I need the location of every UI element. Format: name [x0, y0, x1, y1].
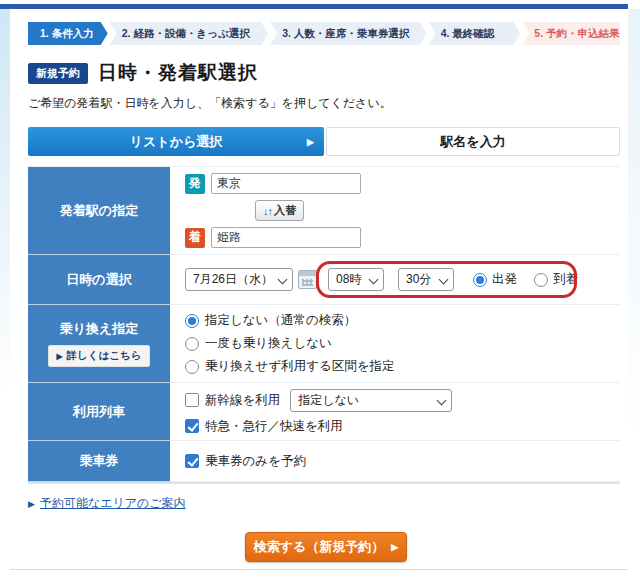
- detail-arrow-icon: ▶: [56, 352, 62, 361]
- arrival-badge: 着: [185, 228, 205, 248]
- train-type-row: 利用列車 新幹線を利用 指定しない 特急・急行／快速を利用: [28, 383, 620, 441]
- tab-arrow-icon: ▶: [307, 137, 314, 147]
- ticket-row: 乗車券 乗車券のみを予約: [28, 441, 620, 482]
- bottom-divider: [10, 569, 628, 570]
- transfer-option-none-radio[interactable]: [185, 314, 199, 328]
- right-edge-decoration: [628, 9, 640, 479]
- top-divider-bar: [0, 4, 628, 9]
- transfer-option-no-transfer-radio[interactable]: [185, 337, 199, 351]
- datetime-row-label: 日時の選択: [28, 255, 170, 305]
- station-row: 発着駅の指定 発 ↓↑ 入替 着: [28, 167, 620, 255]
- datetime-row: 日時の選択 7月26日（水） 08時 30分 出発 到着: [28, 255, 620, 305]
- reservation-page: 1. 条件入力 2. 経路・設備・きっぷ選択 3. 人数・座席・乗車券選択 4.…: [0, 0, 640, 579]
- new-reservation-badge: 新規予約: [28, 63, 88, 84]
- swap-stations-button[interactable]: ↓↑ 入替: [255, 200, 304, 221]
- step-5-result: 5. 予約・申込結果: [522, 22, 620, 45]
- swap-button-label: 入替: [274, 203, 296, 218]
- ticket-only-checkbox[interactable]: [185, 454, 199, 468]
- tab-enter-station-name[interactable]: 駅名を入力: [326, 127, 620, 156]
- shinkansen-select[interactable]: 指定しない: [290, 389, 452, 412]
- hour-select-value: 08時: [336, 271, 361, 288]
- express-checkbox[interactable]: [185, 419, 199, 433]
- search-button-arrow-icon: ▶: [391, 542, 398, 552]
- tab-select-from-list[interactable]: リストから選択 ▶: [28, 127, 324, 156]
- ticket-only-label: 乗車券のみを予約: [205, 453, 306, 470]
- departure-radio-label: 出発: [492, 271, 517, 288]
- departure-badge: 発: [185, 174, 205, 194]
- transfer-detail-label: 詳しくはこちら: [67, 349, 142, 363]
- transfer-detail-button[interactable]: ▶ 詳しくはこちら: [48, 345, 149, 367]
- station-input-tabs: リストから選択 ▶ 駅名を入力: [28, 127, 620, 156]
- departure-station-input[interactable]: [211, 173, 361, 194]
- swap-arrows-icon: ↓↑: [263, 205, 272, 217]
- page-description: ご希望の発着駅・日時を入力し、「検索する」を押してください。: [28, 95, 392, 112]
- search-condition-table: 発着駅の指定 発 ↓↑ 入替 着: [28, 166, 620, 484]
- train-type-row-content: 新幹線を利用 指定しない 特急・急行／快速を利用: [170, 383, 620, 441]
- transfer-option-no-transfer-label: 一度も乗り換えしない: [205, 335, 332, 352]
- minute-select[interactable]: 30分: [398, 268, 454, 291]
- tab-select-from-list-label: リストから選択: [130, 133, 223, 151]
- shinkansen-select-value: 指定しない: [298, 392, 359, 409]
- page-title: 日時・発着駅選択: [98, 60, 258, 86]
- hour-select[interactable]: 08時: [328, 268, 384, 291]
- date-select-value: 7月26日（水）: [193, 271, 273, 288]
- express-checkbox-label: 特急・急行／快速を利用: [205, 418, 343, 435]
- arrival-station-input[interactable]: [211, 227, 361, 248]
- transfer-row: 乗り換え指定 ▶ 詳しくはこちら 指定しない（通常の検索） 一度も乗り換えしない: [28, 305, 620, 383]
- station-row-label: 発着駅の指定: [28, 167, 170, 255]
- step-3-seat-select: 3. 人数・座席・乗車券選択: [270, 22, 426, 45]
- step-2-route-select: 2. 経路・設備・きっぷ選択: [110, 22, 268, 45]
- reservable-area-link-label: 予約可能なエリアのご案内: [40, 495, 186, 512]
- departure-radio[interactable]: [473, 273, 487, 287]
- step-1-condition-input: 1. 条件入力: [28, 22, 108, 45]
- search-button[interactable]: 検索する（新規予約） ▶: [245, 532, 407, 562]
- page-header: 新規予約 日時・発着駅選択: [28, 60, 258, 86]
- ticket-row-content: 乗車券のみを予約: [170, 441, 620, 482]
- left-edge-decoration: [0, 9, 10, 439]
- shinkansen-checkbox[interactable]: [185, 393, 199, 407]
- arrival-radio-label: 到着: [553, 271, 578, 288]
- train-type-row-label: 利用列車: [28, 383, 170, 441]
- progress-steps: 1. 条件入力 2. 経路・設備・きっぷ選択 3. 人数・座席・乗車券選択 4.…: [28, 22, 620, 45]
- calendar-icon[interactable]: [298, 270, 317, 289]
- arrival-radio[interactable]: [534, 273, 548, 287]
- transfer-option-section-label: 乗り換えせず利用する区間を指定: [205, 358, 395, 375]
- transfer-option-none-label: 指定しない（通常の検索）: [205, 312, 356, 329]
- transfer-row-label: 乗り換え指定 ▶ 詳しくはこちら: [28, 305, 170, 383]
- transfer-row-content: 指定しない（通常の検索） 一度も乗り換えしない 乗り換えせず利用する区間を指定: [170, 305, 620, 383]
- search-button-label: 検索する（新規予約）: [254, 538, 385, 556]
- step-4-confirm: 4. 最終確認: [429, 22, 521, 45]
- reservable-area-link[interactable]: ▶ 予約可能なエリアのご案内: [28, 495, 186, 512]
- ticket-row-label: 乗車券: [28, 441, 170, 482]
- date-select[interactable]: 7月26日（水）: [185, 268, 293, 291]
- shinkansen-checkbox-label: 新幹線を利用: [205, 392, 280, 409]
- tab-enter-station-name-label: 駅名を入力: [440, 133, 505, 151]
- transfer-option-section-radio[interactable]: [185, 360, 199, 374]
- station-row-content: 発 ↓↑ 入替 着: [170, 167, 620, 255]
- datetime-row-content: 7月26日（水） 08時 30分 出発 到着: [170, 255, 620, 305]
- minute-select-value: 30分: [406, 271, 431, 288]
- link-arrow-icon: ▶: [28, 499, 35, 509]
